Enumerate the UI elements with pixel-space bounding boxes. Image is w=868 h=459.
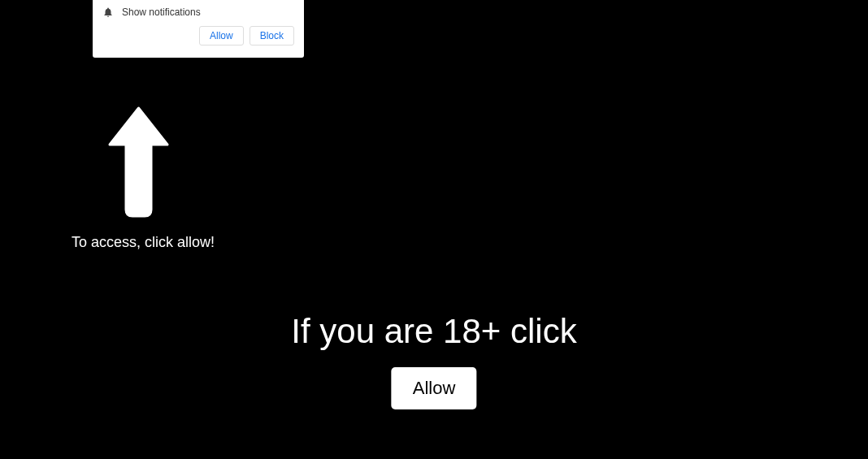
age-gate-content: If you are 18+ click Allow <box>291 312 576 409</box>
notification-block-button[interactable]: Block <box>250 26 294 45</box>
age-gate-allow-button[interactable]: Allow <box>392 367 477 409</box>
browser-notification-popup: Show notifications Allow Block <box>93 0 304 58</box>
notification-text: Show notifications <box>122 6 201 18</box>
notification-header: Show notifications <box>102 6 294 18</box>
access-instruction-text: To access, click allow! <box>72 234 215 251</box>
age-gate-heading: If you are 18+ click <box>291 312 576 351</box>
bell-icon <box>102 6 114 18</box>
notification-buttons: Allow Block <box>102 26 294 45</box>
arrow-up-icon <box>104 104 173 218</box>
notification-allow-button[interactable]: Allow <box>199 26 244 45</box>
